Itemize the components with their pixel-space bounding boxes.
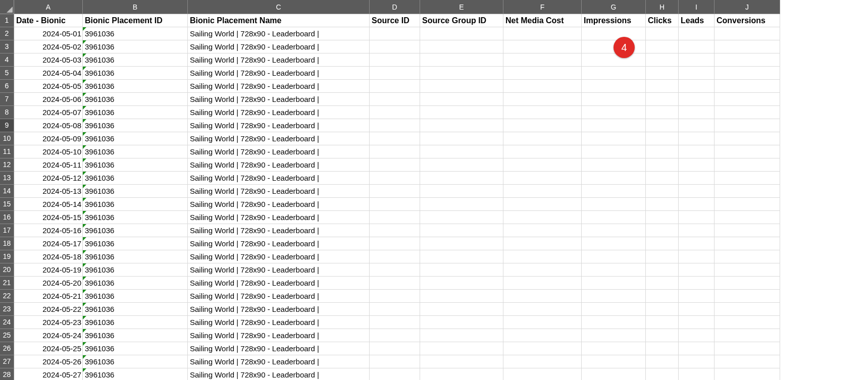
cell-J7[interactable] bbox=[714, 93, 780, 106]
cell-E25[interactable] bbox=[420, 329, 503, 342]
cell-H3[interactable] bbox=[646, 40, 679, 53]
cell-E11[interactable] bbox=[420, 145, 503, 158]
cell-A23[interactable]: 2024-05-22 bbox=[14, 303, 83, 316]
cell-A17[interactable]: 2024-05-16 bbox=[14, 224, 83, 237]
cell-J19[interactable] bbox=[714, 250, 780, 263]
cell-H26[interactable] bbox=[646, 342, 679, 355]
row-header-13[interactable]: 13 bbox=[0, 172, 14, 185]
cell-F16[interactable] bbox=[503, 211, 582, 224]
cell-H22[interactable] bbox=[646, 290, 679, 303]
cell-J10[interactable] bbox=[714, 132, 780, 145]
cell-H4[interactable] bbox=[646, 53, 679, 67]
cell-D19[interactable] bbox=[370, 250, 420, 263]
cell-C12[interactable]: Sailing World | 728x90 - Leaderboard | bbox=[188, 158, 370, 172]
cell-B10[interactable]: 3961036 bbox=[83, 132, 188, 145]
cell-E5[interactable] bbox=[420, 67, 503, 80]
cell-F13[interactable] bbox=[503, 172, 582, 185]
row-header-27[interactable]: 27 bbox=[0, 355, 14, 368]
cell-F21[interactable] bbox=[503, 277, 582, 290]
cell-E8[interactable] bbox=[420, 106, 503, 119]
cell-E15[interactable] bbox=[420, 198, 503, 211]
cell-F25[interactable] bbox=[503, 329, 582, 342]
cell-I8[interactable] bbox=[679, 106, 714, 119]
cell-E16[interactable] bbox=[420, 211, 503, 224]
cell-B4[interactable]: 3961036 bbox=[83, 53, 188, 67]
cell-F15[interactable] bbox=[503, 198, 582, 211]
cell-C21[interactable]: Sailing World | 728x90 - Leaderboard | bbox=[188, 277, 370, 290]
cell-G25[interactable] bbox=[582, 329, 646, 342]
cell-D21[interactable] bbox=[370, 277, 420, 290]
cell-A12[interactable]: 2024-05-11 bbox=[14, 158, 83, 172]
cell-A11[interactable]: 2024-05-10 bbox=[14, 145, 83, 158]
row-header-12[interactable]: 12 bbox=[0, 158, 14, 172]
cell-C26[interactable]: Sailing World | 728x90 - Leaderboard | bbox=[188, 342, 370, 355]
cell-G4[interactable] bbox=[582, 53, 646, 67]
cell-A5[interactable]: 2024-05-04 bbox=[14, 67, 83, 80]
row-header-14[interactable]: 14 bbox=[0, 185, 14, 198]
row-header-1[interactable]: 1 bbox=[0, 14, 14, 27]
header-cell-I[interactable]: Leads bbox=[679, 14, 714, 27]
cell-E21[interactable] bbox=[420, 277, 503, 290]
cell-G6[interactable] bbox=[582, 80, 646, 93]
cell-I3[interactable] bbox=[679, 40, 714, 53]
cell-F9[interactable] bbox=[503, 119, 582, 132]
cell-D5[interactable] bbox=[370, 67, 420, 80]
cell-D11[interactable] bbox=[370, 145, 420, 158]
cell-J22[interactable] bbox=[714, 290, 780, 303]
cell-H6[interactable] bbox=[646, 80, 679, 93]
cell-B6[interactable]: 3961036 bbox=[83, 80, 188, 93]
cell-B16[interactable]: 3961036 bbox=[83, 211, 188, 224]
cell-A9[interactable]: 2024-05-08 bbox=[14, 119, 83, 132]
header-cell-E[interactable]: Source Group ID bbox=[420, 14, 503, 27]
cell-A19[interactable]: 2024-05-18 bbox=[14, 250, 83, 263]
header-cell-C[interactable]: Bionic Placement Name bbox=[188, 14, 370, 27]
row-header-4[interactable]: 4 bbox=[0, 53, 14, 67]
cell-I7[interactable] bbox=[679, 93, 714, 106]
cell-J3[interactable] bbox=[714, 40, 780, 53]
cell-H10[interactable] bbox=[646, 132, 679, 145]
cell-A28[interactable]: 2024-05-27 bbox=[14, 368, 83, 380]
cell-C9[interactable]: Sailing World | 728x90 - Leaderboard | bbox=[188, 119, 370, 132]
cell-A18[interactable]: 2024-05-17 bbox=[14, 237, 83, 250]
cell-A14[interactable]: 2024-05-13 bbox=[14, 185, 83, 198]
cell-C24[interactable]: Sailing World | 728x90 - Leaderboard | bbox=[188, 316, 370, 329]
cell-F12[interactable] bbox=[503, 158, 582, 172]
cell-C27[interactable]: Sailing World | 728x90 - Leaderboard | bbox=[188, 355, 370, 368]
row-header-2[interactable]: 2 bbox=[0, 27, 14, 40]
column-header-D[interactable]: D bbox=[370, 0, 420, 14]
cell-H27[interactable] bbox=[646, 355, 679, 368]
cell-G22[interactable] bbox=[582, 290, 646, 303]
cell-I23[interactable] bbox=[679, 303, 714, 316]
cell-I21[interactable] bbox=[679, 277, 714, 290]
row-header-11[interactable]: 11 bbox=[0, 145, 14, 158]
cell-J20[interactable] bbox=[714, 263, 780, 277]
cell-F4[interactable] bbox=[503, 53, 582, 67]
cell-G8[interactable] bbox=[582, 106, 646, 119]
cell-F28[interactable] bbox=[503, 368, 582, 380]
cell-H2[interactable] bbox=[646, 27, 679, 40]
cell-D12[interactable] bbox=[370, 158, 420, 172]
cell-J15[interactable] bbox=[714, 198, 780, 211]
cell-F8[interactable] bbox=[503, 106, 582, 119]
cell-E13[interactable] bbox=[420, 172, 503, 185]
cell-I27[interactable] bbox=[679, 355, 714, 368]
row-header-24[interactable]: 24 bbox=[0, 316, 14, 329]
cell-I10[interactable] bbox=[679, 132, 714, 145]
cell-H12[interactable] bbox=[646, 158, 679, 172]
cell-B18[interactable]: 3961036 bbox=[83, 237, 188, 250]
cell-J17[interactable] bbox=[714, 224, 780, 237]
cell-F27[interactable] bbox=[503, 355, 582, 368]
cell-G24[interactable] bbox=[582, 316, 646, 329]
cell-E2[interactable] bbox=[420, 27, 503, 40]
cell-D28[interactable] bbox=[370, 368, 420, 380]
cell-D14[interactable] bbox=[370, 185, 420, 198]
column-header-J[interactable]: J bbox=[714, 0, 780, 14]
cell-E7[interactable] bbox=[420, 93, 503, 106]
row-header-17[interactable]: 17 bbox=[0, 224, 14, 237]
cell-F26[interactable] bbox=[503, 342, 582, 355]
cell-F11[interactable] bbox=[503, 145, 582, 158]
cell-B12[interactable]: 3961036 bbox=[83, 158, 188, 172]
cell-H8[interactable] bbox=[646, 106, 679, 119]
cell-D25[interactable] bbox=[370, 329, 420, 342]
cell-J6[interactable] bbox=[714, 80, 780, 93]
